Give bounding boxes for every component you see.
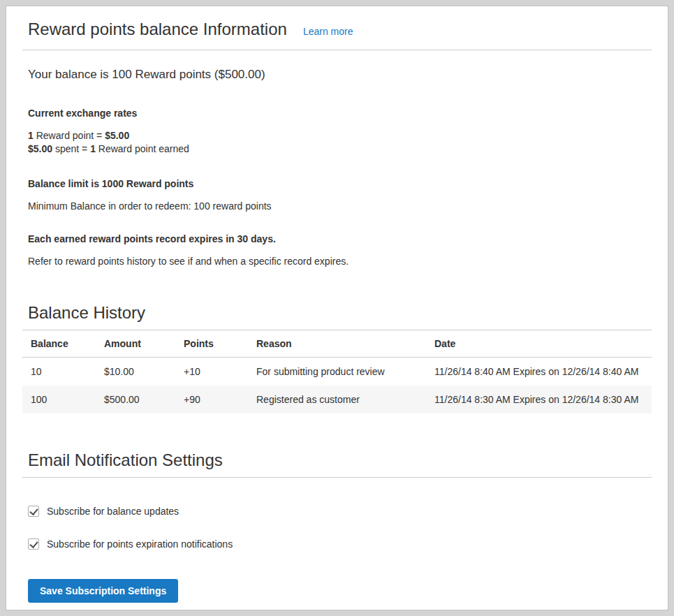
spend-line-text: spent = xyxy=(52,143,90,154)
exchange-rates-heading: Current exchange rates xyxy=(28,108,652,119)
spend-line-suffix: Reward point earned xyxy=(96,143,189,154)
balance-limit-text: Balance limit is 1000 Reward points xyxy=(28,178,652,189)
cell-points: +10 xyxy=(177,358,249,386)
exchange-rates-lines: 1 Reward point = $5.00 $5.00 spent = 1 R… xyxy=(28,129,652,156)
email-settings-section: Email Notification Settings Subscribe fo… xyxy=(22,450,652,603)
learn-more-link[interactable]: Learn more xyxy=(303,26,353,37)
cell-reason: For submitting product review xyxy=(249,358,427,386)
balance-history-heading-row: Balance History xyxy=(22,303,652,330)
balance-history-table: Balance Amount Points Reason Date 10 $10… xyxy=(22,330,652,413)
table-row: 100 $500.00 +90 Registered as customer 1… xyxy=(22,386,652,413)
column-header-amount: Amount xyxy=(97,330,177,358)
page-title-row: Reward points balance Information Learn … xyxy=(22,20,652,50)
column-header-balance: Balance xyxy=(22,330,97,358)
points-expiration-checkbox[interactable] xyxy=(28,538,39,550)
rate-line-spend: $5.00 spent = 1 Reward point earned xyxy=(28,142,652,156)
balance-history-section: Balance History Balance Amount Points Re… xyxy=(22,303,652,413)
spend-points-value: 1 xyxy=(90,143,96,154)
cell-amount: $500.00 xyxy=(97,386,177,413)
cell-date: 11/26/14 8:30 AM Expires on 12/26/14 8:3… xyxy=(427,386,652,413)
cell-reason: Registered as customer xyxy=(249,386,427,413)
spend-currency-value: $5.00 xyxy=(28,143,52,154)
balance-updates-checkbox[interactable] xyxy=(28,506,39,517)
balance-history-heading: Balance History xyxy=(28,303,652,323)
expiry-rule-text: Each earned reward points record expires… xyxy=(28,233,652,244)
cell-amount: $10.00 xyxy=(97,358,177,386)
rate-line-text: Reward point = xyxy=(34,130,105,141)
email-settings-heading-row: Email Notification Settings xyxy=(22,450,652,478)
column-header-date: Date xyxy=(427,330,652,358)
exchange-rates-section: Current exchange rates 1 Reward point = … xyxy=(28,108,652,267)
column-header-points: Points xyxy=(177,330,249,358)
rate-points-value: 1 xyxy=(28,130,34,141)
cell-points: +90 xyxy=(177,386,249,413)
page-background: Reward points balance Information Learn … xyxy=(0,0,674,616)
rate-currency-value: $5.00 xyxy=(105,130,129,141)
points-expiration-option: Subscribe for points expiration notifica… xyxy=(28,538,652,550)
expiry-note-text: Refer to reward points history to see if… xyxy=(28,256,652,267)
table-row: 10 $10.00 +10 For submitting product rev… xyxy=(22,358,652,386)
minimum-balance-text: Minimum Balance in order to redeem: 100 … xyxy=(28,200,652,212)
page-title: Reward points balance Information xyxy=(28,20,287,39)
column-header-reason: Reason xyxy=(249,330,427,358)
balance-updates-label: Subscribe for balance updates xyxy=(47,506,179,517)
table-header-row: Balance Amount Points Reason Date xyxy=(22,330,652,358)
save-subscription-settings-button[interactable]: Save Subscription Settings xyxy=(28,579,178,603)
balance-message: Your balance is 100 Reward points ($500.… xyxy=(28,68,652,82)
email-settings-heading: Email Notification Settings xyxy=(28,450,652,470)
cell-balance: 10 xyxy=(22,358,97,386)
cell-balance: 100 xyxy=(22,386,97,413)
rate-line-earn: 1 Reward point = $5.00 xyxy=(28,129,652,142)
points-expiration-label: Subscribe for points expiration notifica… xyxy=(47,538,233,550)
balance-updates-option: Subscribe for balance updates xyxy=(28,506,652,517)
cell-date: 11/26/14 8:40 AM Expires on 12/26/14 8:4… xyxy=(427,358,652,386)
reward-points-card: Reward points balance Information Learn … xyxy=(6,6,668,610)
